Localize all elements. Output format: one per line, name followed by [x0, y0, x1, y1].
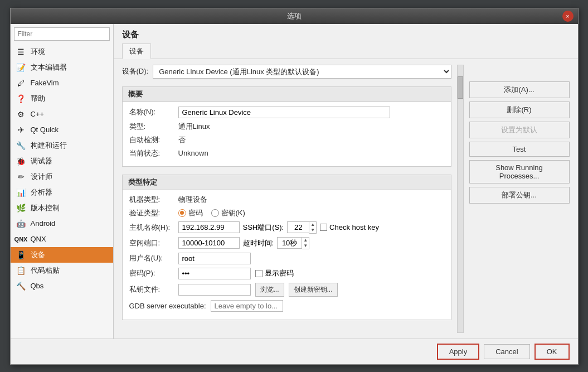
timeout-arrows[interactable]: ▲ ▼: [302, 237, 309, 249]
host-input[interactable]: [178, 221, 240, 233]
sidebar-item-code-paste[interactable]: 📋 代码粘贴: [11, 263, 113, 278]
scrollbar[interactable]: [457, 65, 464, 333]
spinner-up[interactable]: ▲: [309, 222, 316, 228]
sidebar-item-qnx[interactable]: QNX QNX: [11, 231, 113, 247]
cancel-button[interactable]: Cancel: [484, 344, 529, 359]
sidebar-item-label: 文本编辑器: [31, 62, 67, 73]
password-label: 密码(P):: [129, 268, 174, 278]
device-selector[interactable]: Generic Linux Device (通用Linux 类型的默认设备): [153, 65, 451, 79]
spinner-down[interactable]: ▼: [309, 228, 316, 233]
sidebar-item-analyzer[interactable]: 📊 分析器: [11, 185, 113, 200]
sidebar-item-version-control[interactable]: 🌿 版本控制: [11, 200, 113, 216]
sidebar-item-android[interactable]: 🤖 Android: [11, 216, 113, 231]
sidebar-item-environment[interactable]: ☰ 环境: [11, 44, 113, 60]
machine-type-label: 机器类型:: [129, 195, 174, 205]
show-password-checkbox[interactable]: 显示密码: [255, 268, 294, 278]
host-group: SSH端口(S): ▲ ▼: [178, 221, 379, 234]
username-label: 用户名(U):: [129, 253, 174, 263]
sidebar-item-qbs[interactable]: 🔨 Qbs: [11, 278, 113, 294]
sidebar-item-label: 分析器: [31, 187, 52, 197]
private-key-input[interactable]: [178, 284, 251, 296]
tab-devices[interactable]: 设备: [122, 44, 151, 59]
name-label: 名称(N):: [129, 107, 174, 117]
ssh-port-label: SSH端口(S):: [243, 223, 284, 233]
type-label: 类型:: [129, 122, 174, 132]
check-host-key-label: Check host key: [329, 223, 379, 231]
check-host-key-checkbox[interactable]: Check host key: [320, 223, 379, 231]
timeout-spinner[interactable]: ▲ ▼: [277, 237, 309, 249]
name-row: 名称(N):: [129, 107, 444, 118]
auth-password-radio[interactable]: [178, 209, 186, 217]
sidebar-item-devices[interactable]: 📱 设备: [11, 247, 113, 263]
timeout-spinner-up[interactable]: ▲: [302, 238, 309, 243]
machine-type-value: 物理设备: [178, 195, 207, 205]
options-dialog: 选项 × ☰ 环境 📝 文本编辑器 🖊 FakeVim ❓ 帮助: [10, 8, 579, 365]
overview-section: 概要 名称(N): 类型: 通用Linux 自动检测:: [122, 86, 451, 167]
sidebar-item-designer[interactable]: ✏ 设计师: [11, 169, 113, 185]
username-row: 用户名(U):: [129, 253, 444, 264]
ok-button[interactable]: OK: [534, 344, 570, 360]
auth-radio-group: 密码 密钥(K): [178, 208, 245, 218]
show-password-box[interactable]: [255, 270, 263, 277]
auto-detect-value: 否: [178, 135, 186, 145]
timeout-spinner-down[interactable]: ▼: [302, 243, 309, 249]
sidebar-item-debugger[interactable]: 🐞 调试器: [11, 153, 113, 169]
browse-button[interactable]: 浏览...: [255, 283, 284, 297]
idle-port-input[interactable]: [178, 237, 240, 249]
check-host-key-box[interactable]: [320, 224, 327, 231]
add-button[interactable]: 添加(A)...: [469, 81, 570, 98]
scrollbar-thumb[interactable]: [458, 76, 463, 99]
name-input[interactable]: [178, 107, 390, 118]
type-row: 类型: 通用Linux: [129, 122, 444, 132]
set-default-button[interactable]: 设置为默认: [469, 122, 570, 138]
sidebar-item-qt-quick[interactable]: ✈ Qt Quick: [11, 122, 113, 138]
environment-icon: ☰: [16, 47, 26, 57]
current-status-row: 当前状态: Unknown: [129, 148, 444, 158]
ssh-port-spinner[interactable]: ▲ ▼: [287, 221, 317, 234]
main-area: 设备 设备 设备(D): Generic Linux Device (通用Lin…: [114, 24, 578, 339]
auth-type-label: 验证类型:: [129, 208, 174, 218]
filter-input[interactable]: [14, 27, 110, 41]
auto-detect-label: 自动检测:: [129, 135, 174, 145]
panel-content: 设备(D): Generic Linux Device (通用Linux 类型的…: [114, 59, 578, 339]
username-input[interactable]: [178, 253, 251, 264]
sidebar-item-build-run[interactable]: 🔧 构建和运行: [11, 138, 113, 153]
sidebar-item-text-editor[interactable]: 📝 文本编辑器: [11, 60, 113, 75]
host-label: 主机名称(H):: [129, 223, 174, 233]
test-button[interactable]: Test: [469, 142, 570, 157]
idle-port-group: 超时时间: ▲ ▼: [178, 237, 310, 249]
ssh-port-arrows[interactable]: ▲ ▼: [309, 221, 317, 234]
delete-button[interactable]: 删除(R): [469, 102, 570, 118]
show-running-button[interactable]: Show Running Processes...: [469, 160, 570, 183]
sidebar-item-label: 设计师: [31, 172, 52, 182]
sidebar-item-help[interactable]: ❓ 帮助: [11, 91, 113, 107]
password-input[interactable]: [178, 268, 251, 279]
timeout-label: 超时时间:: [243, 238, 274, 248]
ssh-port-input[interactable]: [287, 221, 309, 233]
overview-body: 名称(N): 类型: 通用Linux 自动检测: 否: [123, 102, 451, 166]
qnx-icon: QNX: [16, 234, 26, 244]
sidebar-item-label: 环境: [31, 47, 45, 57]
page-title: 设备: [114, 24, 578, 40]
close-button[interactable]: ×: [562, 11, 574, 22]
deploy-key-button[interactable]: 部署公钥...: [469, 187, 570, 204]
sidebar-item-fakevim[interactable]: 🖊 FakeVim: [11, 75, 113, 91]
timeout-input[interactable]: [277, 237, 302, 249]
auth-type-row: 验证类型: 密码 密钥(K): [129, 208, 444, 218]
cpp-icon: ⚙: [16, 109, 26, 119]
dialog-title: 选项: [287, 11, 302, 21]
gdb-server-input[interactable]: [211, 300, 283, 312]
type-specific-title: 类型特定: [123, 175, 451, 190]
devices-icon: 📱: [16, 250, 26, 260]
debugger-icon: 🐞: [16, 156, 26, 166]
auth-key-option[interactable]: 密钥(K): [211, 208, 245, 218]
sidebar-item-cpp[interactable]: ⚙ C++: [11, 107, 113, 122]
create-new-key-button[interactable]: 创建新密钥...: [289, 283, 338, 297]
apply-button[interactable]: Apply: [437, 344, 480, 360]
device-select-label: 设备(D):: [122, 66, 149, 76]
auth-key-label: 密钥(K): [221, 208, 245, 218]
show-password-label: 显示密码: [265, 268, 294, 278]
auth-key-radio[interactable]: [211, 209, 219, 217]
auth-password-option[interactable]: 密码: [178, 208, 203, 218]
help-icon: ❓: [16, 94, 26, 104]
